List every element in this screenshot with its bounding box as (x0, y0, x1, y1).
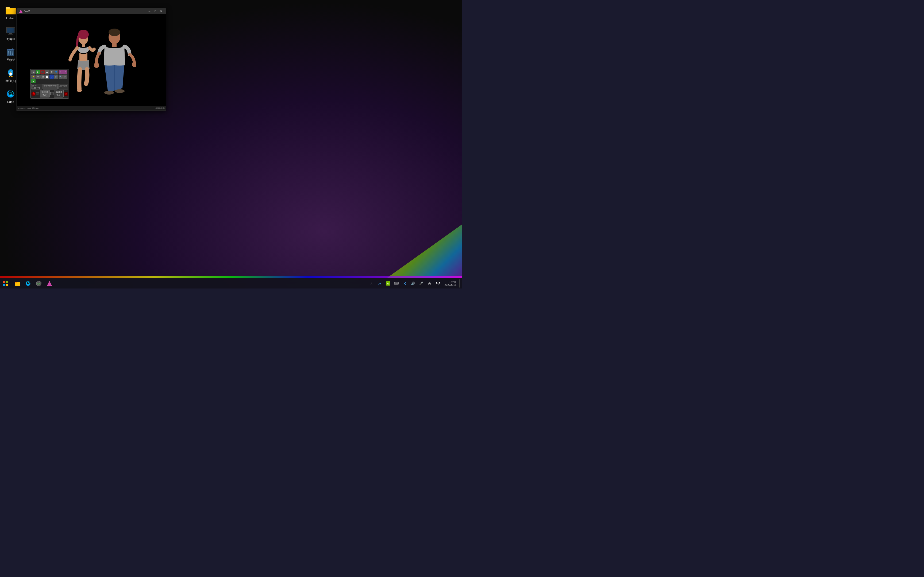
taskbar-volume[interactable]: 🔊 (409, 280, 417, 287)
edit-mode-button[interactable]: 编辑模式(E) (54, 90, 64, 97)
svg-point-38 (115, 89, 124, 93)
game-mode-checkbox[interactable]: ✓ (36, 92, 39, 95)
vam-titlebar: VaM ─ □ ✕ (17, 8, 166, 14)
vam-bottom-bar: ASSETS VAM 插件Tab 动画控制器 (17, 106, 166, 111)
language-text: 英 (428, 281, 431, 285)
clock-time: 16:41 (444, 280, 457, 284)
taskbar-chevron[interactable]: ∧ (368, 280, 375, 287)
male-character (94, 26, 136, 103)
toolbar-icon-menu[interactable]: ☰ (31, 70, 36, 74)
folder-icon (5, 5, 16, 16)
power-button[interactable]: ⏻ (31, 92, 36, 96)
taskbar-file-explorer[interactable] (12, 278, 23, 289)
taskbar-bluetooth[interactable] (401, 280, 409, 287)
close-button[interactable]: ✕ (158, 9, 164, 13)
svg-line-12 (13, 51, 13, 55)
toolbar-icons-row1: ☰ ▶ ⬛ ☁ ⚙ 👤 ♀ ♂ (31, 70, 68, 74)
bottom-animation: 动画控制器 (40, 107, 165, 110)
color-splash-decoration (355, 224, 462, 278)
toolbar-icon-cloud[interactable]: ☁ (45, 70, 49, 74)
svg-point-30 (77, 89, 82, 92)
svg-rect-5 (9, 33, 12, 34)
taskbar-wifi[interactable] (434, 280, 442, 287)
taskbar-nvidia[interactable]: N (384, 280, 392, 287)
taskbar-edge-browser[interactable] (23, 278, 34, 289)
windows-logo (3, 281, 8, 286)
svg-point-22 (9, 76, 10, 77)
svg-point-19 (10, 72, 10, 72)
svg-rect-29 (82, 43, 85, 47)
toolbar-icon-img[interactable]: 🖼 (40, 74, 45, 79)
svg-rect-42 (6, 284, 8, 286)
taskbar-security[interactable] (34, 278, 44, 289)
this-pc-label: 此电脑 (6, 37, 15, 41)
version-label: 版本: 1.20.77.9 (31, 84, 42, 89)
toolbar-icon-person[interactable]: 👤 (54, 70, 58, 74)
taskbar-clock[interactable]: 16:41 2022/6/16 (443, 280, 459, 286)
svg-point-35 (94, 63, 99, 68)
svg-marker-45 (47, 281, 52, 286)
svg-point-24 (8, 71, 9, 72)
game-mode-button[interactable]: 游戏模式(P) (40, 90, 50, 97)
recycle-label: 回收站 (6, 58, 15, 62)
svg-point-21 (10, 73, 11, 73)
svg-rect-40 (6, 281, 8, 283)
svg-rect-4 (7, 28, 15, 32)
edit-mode-checkbox[interactable] (50, 92, 53, 95)
vam-window: VaM ─ □ ✕ (16, 8, 166, 111)
taskbar: ∧ N ⌨ 🔊 🎤 英 (0, 278, 462, 288)
toolbar-close-button[interactable]: ✕ (64, 92, 68, 96)
taskbar-vam-app[interactable] (44, 278, 55, 289)
toolbar-icon-female[interactable]: ♀ (58, 70, 63, 74)
toolbar-icon-copy[interactable]: ⧉ (36, 74, 40, 79)
toolbar-icon-rec[interactable]: ⬛ (40, 70, 45, 74)
toolbar-icon-search[interactable]: 🔍 (58, 74, 63, 79)
svg-point-25 (12, 71, 13, 72)
taskbar-microphone[interactable]: 🎤 (418, 280, 425, 287)
bottom-assets: ASSETS (18, 108, 26, 110)
svg-point-36 (132, 62, 136, 67)
vam-app-icon (19, 9, 23, 13)
toolbar-icon-forward[interactable]: ▶ (31, 79, 36, 83)
vam-title: VaM (24, 10, 147, 13)
toolbar-icon-male[interactable]: ♂ (63, 70, 67, 74)
taskbar-right-area: ∧ N ⌨ 🔊 🎤 英 (368, 279, 462, 288)
minimize-button[interactable]: ─ (147, 9, 152, 13)
taskbar-keyboard[interactable]: ⌨ (393, 280, 400, 287)
bottom-plugin-tab: 插件Tab (32, 107, 39, 110)
toolbar-icon-star[interactable]: ★ (31, 74, 36, 79)
svg-line-10 (8, 51, 9, 55)
clock-date: 2022/6/16 (444, 284, 457, 286)
svg-marker-26 (19, 10, 23, 13)
toolbar-icon-play[interactable]: ▶ (36, 70, 40, 74)
toolbar-mode-row: ⏻ ✓ 游戏模式(P) 编辑模式(E) ✕ (31, 90, 68, 97)
taskbar-apps (11, 278, 368, 288)
toolbar-icon-link[interactable]: 🔗 (54, 74, 58, 79)
tencent-qq-label: 腾讯QQ (5, 79, 16, 83)
svg-rect-6 (8, 34, 13, 34)
svg-point-23 (11, 76, 13, 77)
svg-rect-39 (3, 281, 5, 283)
svg-point-37 (104, 91, 114, 95)
toolbar-version-row: 版本: 1.20.77.9 暂停动作和声音 更多选项 (31, 84, 68, 89)
recycle-icon (5, 47, 16, 57)
toolbar-icons-row2: ★ ⧉ 🖼 📄 ↺ 🔗 🔍 ⏮ ▶ (31, 74, 68, 83)
toolbar-icon-refresh[interactable]: ↺ (50, 74, 54, 79)
svg-point-28 (78, 30, 89, 39)
toolbar-icon-doc[interactable]: 📄 (45, 74, 49, 79)
edge-icon (5, 89, 16, 99)
show-desktop-button[interactable] (459, 279, 460, 288)
more-options-button[interactable]: 更多选项 (58, 84, 68, 89)
vam-scene: ☰ ▶ ⬛ ☁ ⚙ 👤 ♀ ♂ ★ ⧉ 🖼 📄 ↺ 🔗 � (17, 14, 166, 111)
pause-button[interactable]: 暂停动作和声音 (42, 84, 58, 89)
toolbar-icon-back[interactable]: ⏮ (63, 74, 67, 79)
lorben-label: Lorben (6, 16, 15, 20)
svg-rect-1 (6, 7, 10, 9)
edge-label: Edge (7, 100, 14, 104)
toolbar-icon-settings[interactable]: ⚙ (50, 70, 54, 74)
taskbar-network-activity[interactable] (376, 280, 384, 287)
start-button[interactable] (0, 278, 11, 289)
maximize-button[interactable]: □ (153, 9, 158, 13)
svg-rect-44 (15, 282, 18, 283)
taskbar-language[interactable]: 英 (426, 280, 433, 287)
